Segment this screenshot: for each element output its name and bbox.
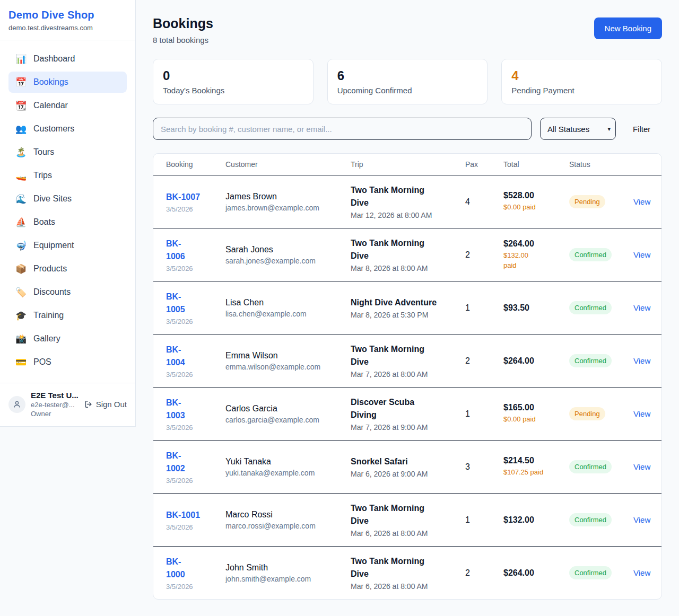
- paid-amount: $107.25 paid: [503, 468, 569, 478]
- total-amount: $264.00: [503, 239, 569, 249]
- dive-mask-icon: 🤿: [15, 241, 26, 250]
- stat-value: 6: [337, 68, 478, 83]
- sidebar-item-calendar[interactable]: 📆Calendar: [8, 95, 127, 116]
- paid-amount: $0.00 paid: [503, 203, 569, 213]
- grad-cap-icon: 🎓: [15, 311, 26, 320]
- booking-id-link[interactable]: BK-1007: [166, 191, 200, 204]
- booking-date: 3/5/2026: [166, 265, 225, 272]
- status-badge: Confirmed: [569, 301, 612, 314]
- sidebar-item-label: Training: [33, 311, 64, 320]
- trip-cell: Two Tank Morning DiveMar 7, 2026 at 8:00…: [351, 343, 465, 379]
- customer-email: marco.rossi@example.com: [225, 522, 351, 530]
- view-link[interactable]: View: [633, 568, 650, 577]
- booking-id-link[interactable]: BK-1001: [166, 509, 200, 522]
- bookings-table: BookingCustomerTripPaxTotalStatus BK-100…: [153, 153, 662, 600]
- user-name: E2E Test U...: [31, 391, 79, 400]
- total-amount: $214.50: [503, 456, 569, 465]
- table-body: BK-10073/5/2026James Brownjames.brown@ex…: [153, 175, 661, 599]
- sidebar-item-equipment[interactable]: 🤿Equipment: [8, 235, 127, 256]
- sidebar-item-bookings[interactable]: 📅Bookings: [8, 72, 127, 93]
- view-link[interactable]: View: [633, 515, 650, 524]
- status-cell: Confirmed: [569, 354, 633, 367]
- trip-date: Mar 7, 2026 at 8:00 AM: [351, 370, 465, 379]
- filter-button[interactable]: Filter: [633, 125, 650, 134]
- booking-cell: BK-10063/5/2026: [166, 237, 225, 272]
- sidebar-item-dive-sites[interactable]: 🌊Dive Sites: [8, 188, 127, 209]
- status-badge: Confirmed: [569, 513, 612, 526]
- status-cell: Confirmed: [569, 513, 633, 526]
- view-cell: View: [633, 197, 650, 207]
- total-amount: $132.00: [503, 515, 569, 525]
- table-row: BK-10073/5/2026James Brownjames.brown@ex…: [153, 175, 661, 228]
- view-link[interactable]: View: [633, 462, 650, 471]
- stat-card: 0Today's Bookings: [153, 59, 314, 104]
- total-amount: $93.50: [503, 303, 569, 313]
- stat-value: 4: [511, 68, 652, 83]
- search-input[interactable]: [153, 118, 532, 140]
- total-cell: $93.50: [503, 303, 569, 313]
- booking-date: 3/5/2026: [166, 205, 225, 213]
- booking-date: 3/5/2026: [166, 318, 225, 325]
- booking-date: 3/5/2026: [166, 477, 225, 485]
- view-link[interactable]: View: [633, 409, 650, 418]
- customer-cell: James Brownjames.brown@example.com: [225, 192, 351, 212]
- view-cell: View: [633, 568, 650, 578]
- view-link[interactable]: View: [633, 303, 650, 312]
- trip-cell: Night Dive AdventureMar 8, 2026 at 5:30 …: [351, 296, 465, 319]
- sidebar-item-pos[interactable]: 💳POS: [8, 351, 127, 373]
- status-badge: Confirmed: [569, 566, 612, 579]
- column-header-status: Status: [569, 160, 633, 169]
- sidebar-item-label: Trips: [33, 171, 52, 180]
- sidebar-item-label: Bookings: [33, 77, 68, 87]
- status-filter-select[interactable]: All Statuses: [540, 118, 616, 140]
- sidebar-item-dashboard[interactable]: 📊Dashboard: [8, 48, 127, 69]
- status-badge: Confirmed: [569, 248, 612, 261]
- column-header-booking: Booking: [166, 160, 225, 169]
- user-info: E2E Test U... e2e-tester@... Owner: [31, 391, 79, 418]
- customer-name: John Smith: [225, 563, 351, 573]
- booking-cell: BK-10023/5/2026: [166, 450, 225, 485]
- booking-id-link[interactable]: BK-1002: [166, 450, 193, 475]
- sidebar-item-customers[interactable]: 👥Customers: [8, 118, 127, 139]
- sidebar-item-products[interactable]: 📦Products: [8, 258, 127, 279]
- sidebar-item-training[interactable]: 🎓Training: [8, 305, 127, 326]
- column-header-trip: Trip: [351, 160, 465, 169]
- sidebar-item-label: Gallery: [33, 334, 60, 344]
- table-header-row: BookingCustomerTripPaxTotalStatus: [153, 154, 661, 175]
- trip-name: Discover Scuba Diving: [351, 396, 431, 421]
- sign-out-button[interactable]: Sign Out: [84, 400, 127, 409]
- sidebar-item-gallery[interactable]: 📸Gallery: [8, 328, 127, 349]
- total-cell: $264.00$132.00 paid: [503, 239, 569, 271]
- view-link[interactable]: View: [633, 197, 650, 206]
- sidebar-item-trips[interactable]: 🚤Trips: [8, 165, 127, 186]
- table-row: BK-10003/5/2026John Smithjohn.smith@exam…: [153, 546, 661, 599]
- view-cell: View: [633, 515, 650, 525]
- view-link[interactable]: View: [633, 250, 650, 259]
- customer-name: Sarah Jones: [225, 245, 351, 254]
- customer-cell: Carlos Garciacarlos.garcia@example.com: [225, 404, 351, 424]
- new-booking-button[interactable]: New Booking: [594, 17, 662, 39]
- sidebar: Demo Dive Shop demo.test.divestreams.com…: [0, 0, 136, 427]
- trip-name: Two Tank Morning Dive: [351, 502, 431, 527]
- trip-cell: Two Tank Morning DiveMar 6, 2026 at 8:00…: [351, 502, 465, 538]
- customer-name: Lisa Chen: [225, 298, 351, 307]
- stat-label: Today's Bookings: [163, 86, 303, 95]
- total-cell: $165.00$0.00 paid: [503, 403, 569, 425]
- customer-cell: John Smithjohn.smith@example.com: [225, 563, 351, 583]
- calendar-pad-icon: 📆: [15, 101, 26, 110]
- view-link[interactable]: View: [633, 356, 650, 365]
- booking-id-link[interactable]: BK-1003: [166, 397, 193, 422]
- booking-id-link[interactable]: BK-1000: [166, 556, 193, 581]
- sidebar-item-tours[interactable]: 🏝️Tours: [8, 142, 127, 163]
- customer-email: lisa.chen@example.com: [225, 310, 351, 318]
- sidebar-item-label: Equipment: [33, 241, 74, 250]
- status-cell: Confirmed: [569, 460, 633, 473]
- stat-label: Upcoming Confirmed: [337, 86, 478, 95]
- booking-id-link[interactable]: BK-1004: [166, 344, 193, 369]
- booking-id-link[interactable]: BK-1006: [166, 237, 193, 263]
- booking-id-link[interactable]: BK-1005: [166, 291, 193, 316]
- sidebar-item-boats[interactable]: ⛵Boats: [8, 212, 127, 233]
- table-row: BK-10063/5/2026Sarah Jonessarah.jones@ex…: [153, 228, 661, 281]
- sidebar-item-discounts[interactable]: 🏷️Discounts: [8, 281, 127, 303]
- table-row: BK-10033/5/2026Carlos Garciacarlos.garci…: [153, 387, 661, 440]
